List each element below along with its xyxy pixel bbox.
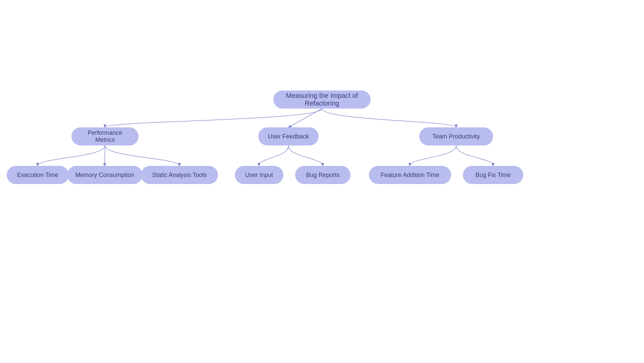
user-feedback-node: User Feedback bbox=[258, 127, 319, 145]
feature-addition-time-node: Feature Addition Time bbox=[369, 166, 451, 184]
diagram-container: Measuring the Impact of Refactoring Perf… bbox=[0, 0, 644, 363]
bug-fix-time-node: Bug Fix Time bbox=[463, 166, 523, 184]
team-productivity-node: Team Productivity bbox=[419, 127, 493, 145]
memory-consumption-node: Memory Consumption bbox=[67, 166, 143, 184]
execution-time-node: Execution Time bbox=[7, 166, 69, 184]
bug-reports-node: Bug Reports bbox=[295, 166, 351, 184]
performance-metrics-node: Performance Metrics bbox=[71, 127, 139, 145]
root-node: Measuring the Impact of Refactoring bbox=[273, 90, 371, 109]
user-input-node: User Input bbox=[235, 166, 283, 184]
static-analysis-tools-node: Static Analysis Tools bbox=[141, 166, 218, 184]
